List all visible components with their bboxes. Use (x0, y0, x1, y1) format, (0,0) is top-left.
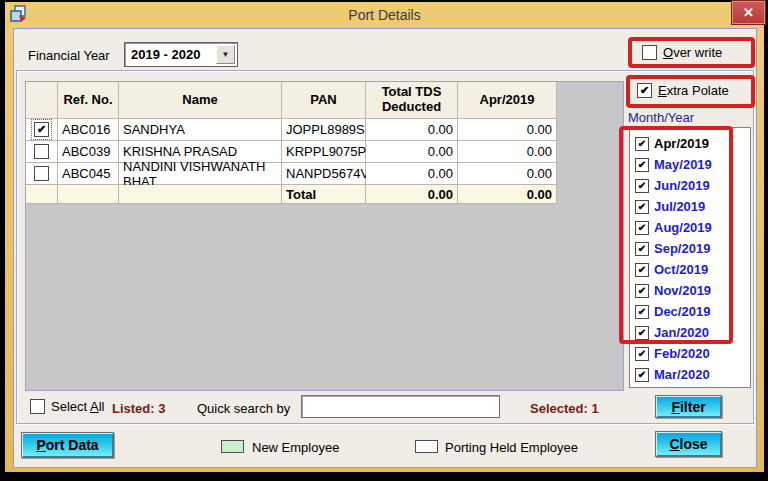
cell-pan: NANPD5674V (282, 163, 366, 185)
cell-tds: 0.00 (366, 163, 458, 185)
port-data-button[interactable]: Port Data (21, 432, 114, 458)
close-button[interactable]: Close (655, 431, 722, 457)
row-checkbox[interactable] (34, 144, 49, 159)
month-item[interactable]: ✔Apr/2019 (630, 133, 750, 154)
overwrite-checkbox[interactable]: Over write (642, 45, 722, 60)
financial-year-value: 2019 - 2020 (131, 47, 200, 62)
header-pan[interactable]: PAN (282, 82, 366, 119)
employee-table: Ref. No. Name PAN Total TDS Deducted Apr… (26, 82, 557, 204)
selected-count: Selected: 1 (530, 401, 599, 416)
employee-grid: Ref. No. Name PAN Total TDS Deducted Apr… (25, 81, 624, 391)
cell-ref: ABC045 (58, 163, 119, 185)
month-item[interactable]: ✔Aug/2019 (630, 217, 750, 238)
cell-ref: ABC016 (58, 119, 119, 141)
table-row[interactable]: ABC039 KRISHNA PRASAD KRPPL9075P 0.00 0.… (26, 141, 557, 163)
table-total-row: Total 0.00 0.00 (26, 185, 557, 204)
month-item[interactable]: ✔May/2019 (630, 154, 750, 175)
total-apr: 0.00 (458, 185, 557, 204)
overwrite-label: Over write (663, 45, 722, 60)
month-item[interactable]: ✔Jun/2019 (630, 175, 750, 196)
porting-held-legend-swatch (415, 440, 438, 453)
table-row[interactable]: ABC045 NANDINI VISHWANATH BHAT NANPD5674… (26, 163, 557, 185)
select-all-checkbox[interactable]: Select All (30, 399, 104, 414)
cell-pan: JOPPL8989S (282, 119, 366, 141)
header-total-tds[interactable]: Total TDS Deducted (366, 82, 458, 119)
row-checkbox[interactable] (34, 166, 49, 181)
header-apr-2019[interactable]: Apr/2019 (458, 82, 557, 119)
overwrite-checkbox-box[interactable] (642, 45, 657, 60)
month-item[interactable]: ✔Feb/2020 (630, 343, 750, 364)
total-label: Total (282, 185, 366, 204)
window-title: Port Details (348, 7, 420, 23)
row-checkbox[interactable]: ✔ (34, 122, 49, 137)
extrapolate-checkbox-box[interactable]: ✔ (637, 83, 652, 98)
porting-held-legend-label: Porting Held Employee (445, 440, 578, 455)
close-window-button[interactable]: ✕ (731, 0, 766, 25)
month-item[interactable]: ✔Sep/2019 (630, 238, 750, 259)
month-item[interactable]: ✔Dec/2019 (630, 301, 750, 322)
month-year-listbox[interactable]: ✔Apr/2019 ✔May/2019 ✔Jun/2019 ✔Jul/2019 … (629, 127, 751, 388)
month-item[interactable]: ✔Oct/2019 (630, 259, 750, 280)
cell-tds: 0.00 (366, 119, 458, 141)
table-row[interactable]: ✔ ABC016 SANDHYA JOPPL8989S 0.00 0.00 (26, 119, 557, 141)
cell-apr: 0.00 (458, 141, 557, 163)
close-icon: ✕ (743, 5, 754, 20)
cell-pan: KRPPL9075P (282, 141, 366, 163)
new-employee-legend-label: New Employee (252, 440, 339, 455)
cell-ref: ABC039 (58, 141, 119, 163)
total-tds: 0.00 (366, 185, 458, 204)
cell-apr: 0.00 (458, 119, 557, 141)
title-bar[interactable]: Port Details (5, 2, 764, 28)
listed-count: Listed: 3 (112, 401, 165, 416)
month-year-label: Month/Year (628, 110, 694, 125)
header-checkbox-col[interactable] (26, 82, 58, 119)
app-icon (9, 5, 27, 23)
chevron-down-icon[interactable]: ▼ (216, 45, 235, 64)
select-all-checkbox-box[interactable] (30, 399, 45, 414)
filter-button[interactable]: Filter (655, 395, 722, 418)
financial-year-dropdown[interactable]: 2019 - 2020 ▼ (124, 42, 238, 67)
extrapolate-label: Extra Polate (658, 83, 729, 98)
quick-search-input[interactable] (301, 395, 500, 418)
header-name[interactable]: Name (119, 82, 282, 119)
financial-year-label: Financial Year (28, 48, 110, 63)
cell-apr: 0.00 (458, 163, 557, 185)
new-employee-legend-swatch (221, 440, 244, 453)
extrapolate-checkbox[interactable]: ✔ Extra Polate (637, 83, 729, 98)
select-all-label: Select All (51, 399, 104, 414)
header-ref-no[interactable]: Ref. No. (58, 82, 119, 119)
cell-name: NANDINI VISHWANATH BHAT (119, 163, 282, 185)
month-item[interactable]: ✔Nov/2019 (630, 280, 750, 301)
month-item[interactable]: ✔Jan/2020 (630, 322, 750, 343)
month-item[interactable]: ✔Mar/2020 (630, 364, 750, 385)
month-item[interactable]: ✔Jul/2019 (630, 196, 750, 217)
cell-tds: 0.00 (366, 141, 458, 163)
cell-name: SANDHYA (119, 119, 282, 141)
table-header-row: Ref. No. Name PAN Total TDS Deducted Apr… (26, 82, 557, 119)
quick-search-label: Quick search by (197, 401, 290, 416)
